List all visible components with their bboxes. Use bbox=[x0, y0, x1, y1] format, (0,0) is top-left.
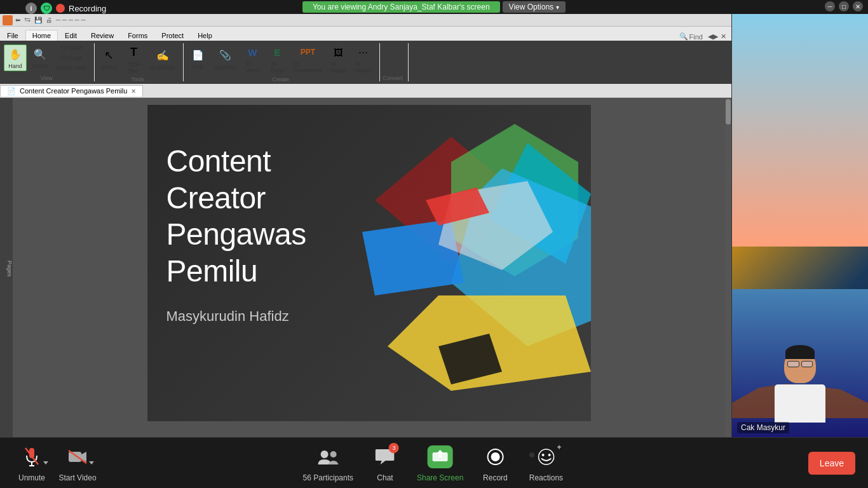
leave-button[interactable]: Leave bbox=[808, 452, 855, 475]
pdf-tab-close[interactable]: ✕ bbox=[131, 88, 136, 95]
view-group: ✋ Hand 🔍 Zoom Fit Width Fit Page bbox=[4, 43, 95, 81]
hand-button[interactable]: ✋ Hand bbox=[4, 44, 27, 71]
recording-text: Recording bbox=[69, 4, 106, 13]
fit-width-button[interactable]: Fit Width bbox=[53, 43, 89, 52]
share-screen-label: Share Screen bbox=[417, 473, 463, 482]
reactions-icon: + bbox=[533, 444, 559, 470]
hand-label: Hand bbox=[8, 63, 22, 69]
record-icon bbox=[482, 444, 508, 470]
maximize-button[interactable]: □ bbox=[839, 1, 849, 11]
pdf-scrollbar[interactable] bbox=[725, 98, 731, 437]
tools-group: ↖ Select T TypeText ✍ QuickSign Tools bbox=[97, 43, 184, 81]
tab-help[interactable]: Help bbox=[191, 30, 219, 41]
combine-label: Combine bbox=[214, 64, 236, 71]
svg-point-24 bbox=[548, 454, 550, 456]
participants-label-text: 56 Participants bbox=[303, 473, 353, 482]
pdf-toolbar-icons: ⬅ ⮀ 💾 🖨 ─ ─ ─ ─ ─ bbox=[14, 17, 87, 24]
bottom-toolbar: Unmute Start Video bbox=[0, 437, 868, 488]
tab-home[interactable]: Home bbox=[25, 30, 58, 41]
type-text-button[interactable]: T TypeText bbox=[122, 43, 145, 75]
video-expand[interactable] bbox=[89, 461, 94, 464]
convert-group: Convert bbox=[383, 43, 409, 81]
tab-protect[interactable]: Protect bbox=[154, 30, 191, 41]
participants-button[interactable]: 56 Participants bbox=[303, 444, 353, 482]
quicksign-button[interactable]: ✍ QuickSign bbox=[147, 46, 178, 72]
find-label: Find bbox=[689, 33, 703, 41]
minimize-button[interactable]: ─ bbox=[825, 1, 835, 11]
ribbon-scroll-left[interactable]: ◀ bbox=[708, 32, 713, 41]
pdf-app-toolbar: ⬅ ⮀ 💾 🖨 ─ ─ ─ ─ ─ bbox=[0, 14, 731, 27]
to-image-button[interactable]: 🖼 ToImage bbox=[327, 43, 349, 75]
reactions-label: Reactions bbox=[529, 473, 563, 482]
to-word-icon: W bbox=[245, 44, 260, 60]
camera-icon bbox=[65, 444, 90, 470]
start-video-button[interactable]: Start Video bbox=[58, 444, 97, 482]
to-powerpoint-icon: PPT bbox=[300, 44, 315, 60]
to-powerpoint-button[interactable]: PPT ToPowerPoint bbox=[290, 43, 325, 75]
to-other-label: ToOther▾ bbox=[355, 61, 372, 74]
combine-icon: 📎 bbox=[217, 48, 233, 63]
shield-icon[interactable]: 🛡 bbox=[41, 3, 52, 14]
chat-button[interactable]: 3 Chat bbox=[366, 444, 404, 482]
quicksign-label: QuickSign bbox=[149, 64, 175, 71]
zoom-button[interactable]: 🔍 Zoom bbox=[29, 45, 51, 71]
slide-text-area: ContentCreatorPengawasPemilu Masykurudin… bbox=[166, 143, 306, 325]
tab-review[interactable]: Review bbox=[84, 30, 121, 41]
create-group-label: Create bbox=[272, 76, 289, 83]
ribbon-scroll-right[interactable]: ▶ bbox=[713, 32, 718, 41]
ribbon-close[interactable]: ✕ bbox=[721, 32, 726, 41]
top-bar: You are viewing Andry Sanjaya_Staf Kalba… bbox=[0, 0, 868, 14]
svg-point-23 bbox=[541, 454, 544, 456]
pdf-tab-bar: 📄 Content Creator Pengawas Pemilu ✕ bbox=[0, 84, 731, 98]
select-button[interactable]: ↖ Select bbox=[97, 46, 120, 72]
fit-page-label: Fit Page bbox=[60, 55, 82, 61]
rotate-view-button[interactable]: Rotate View bbox=[53, 64, 89, 72]
pdf-icon: 📄 bbox=[190, 48, 205, 63]
select-label: Select bbox=[101, 64, 117, 71]
unmute-label: Unmute bbox=[18, 473, 45, 482]
zoom-icon: 🔍 bbox=[32, 46, 48, 62]
pdf-document-tab[interactable]: 📄 Content Creator Pengawas Pemilu ✕ bbox=[0, 85, 143, 97]
select-icon: ↖ bbox=[101, 48, 116, 63]
presentation-slide: ContentCreatorPengawasPemilu Masykurudin… bbox=[147, 104, 592, 422]
info-icon[interactable]: i bbox=[25, 3, 37, 14]
slide-title: ContentCreatorPengawasPemilu bbox=[166, 143, 306, 289]
view-options-button[interactable]: View Options bbox=[503, 1, 566, 13]
main-content: ⬅ ⮀ 💾 🖨 ─ ─ ─ ─ ─ File Home Edit Review … bbox=[0, 14, 868, 437]
pdf-page-area: Pages bbox=[0, 98, 731, 437]
scrollbar-thumb[interactable] bbox=[726, 99, 731, 125]
pdf-pages-sidebar: Pages bbox=[0, 98, 13, 437]
tab-forms[interactable]: Forms bbox=[121, 30, 154, 41]
chat-label: Chat bbox=[377, 473, 393, 482]
search-icon: 🔍 bbox=[679, 32, 688, 41]
create-buttons: 📄 PDF 📎 Combine W ToWord E ToExcel bbox=[186, 43, 374, 75]
to-word-button[interactable]: W ToWord bbox=[241, 43, 264, 75]
video-sky bbox=[732, 14, 868, 247]
record-button[interactable]: Record bbox=[476, 444, 514, 482]
unmute-button[interactable]: Unmute bbox=[13, 444, 51, 482]
combine-button[interactable]: 📎 Combine bbox=[211, 46, 239, 72]
svg-rect-13 bbox=[69, 452, 81, 462]
pdf-home-icon[interactable] bbox=[3, 15, 13, 25]
pdf-button[interactable]: 📄 PDF bbox=[186, 46, 209, 72]
unmute-expand[interactable] bbox=[43, 461, 48, 464]
convert-group-label: Convert bbox=[383, 75, 403, 81]
pdf-tab-title: Content Creator Pengawas Pemilu bbox=[20, 87, 127, 95]
tab-file[interactable]: File bbox=[0, 30, 25, 41]
fit-page-button[interactable]: Fit Page bbox=[53, 53, 89, 62]
close-button[interactable]: ✕ bbox=[853, 1, 863, 11]
to-excel-button[interactable]: E ToExcel bbox=[266, 43, 288, 75]
tools-buttons: ↖ Select T TypeText ✍ QuickSign bbox=[97, 43, 178, 75]
toolbar-center: 56 Participants 3 Chat bbox=[303, 444, 566, 482]
recording-badge: i 🛡 Recording bbox=[25, 3, 106, 14]
to-other-button[interactable]: ⋯ ToOther▾ bbox=[351, 43, 374, 75]
share-screen-icon bbox=[428, 444, 453, 470]
ribbon-content: ✋ Hand 🔍 Zoom Fit Width Fit Page bbox=[0, 41, 731, 84]
pdf-label: PDF bbox=[192, 64, 203, 71]
participant-video-panel: Cak Masykur bbox=[731, 14, 868, 437]
mic-icon bbox=[19, 444, 44, 470]
tab-edit[interactable]: Edit bbox=[58, 30, 84, 41]
share-screen-button[interactable]: Share Screen bbox=[417, 444, 463, 482]
ribbon-tabs: File Home Edit Review Forms Protect Help… bbox=[0, 27, 731, 41]
reactions-button[interactable]: + Reactions bbox=[527, 444, 565, 482]
